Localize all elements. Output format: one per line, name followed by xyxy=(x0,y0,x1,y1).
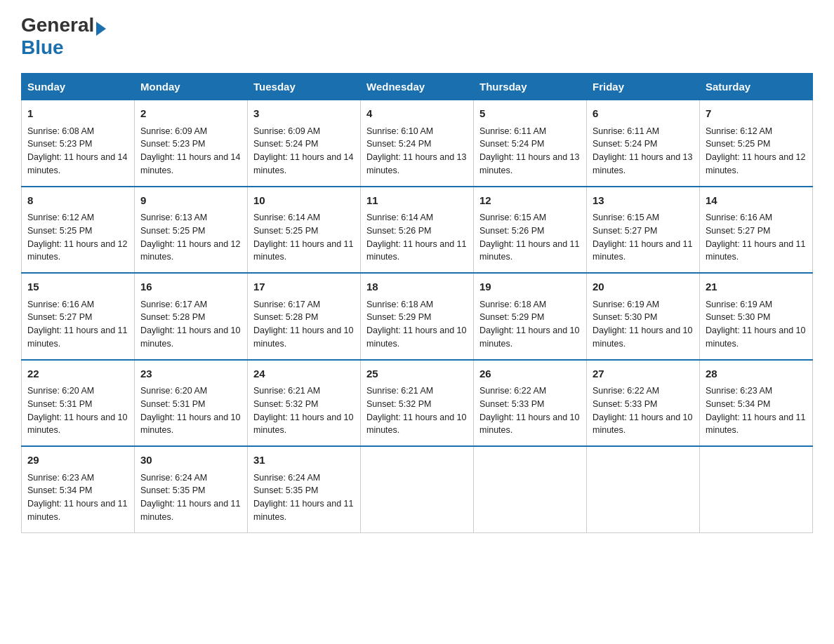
day-number: 18 xyxy=(366,279,468,295)
calendar-cell: 3Sunrise: 6:09 AMSunset: 5:24 PMDaylight… xyxy=(248,100,361,187)
daylight-text: Daylight: 11 hours and 10 minutes. xyxy=(253,412,353,436)
calendar-cell xyxy=(587,446,700,532)
daylight-text: Daylight: 11 hours and 11 minutes. xyxy=(27,326,127,349)
day-number: 30 xyxy=(140,452,241,469)
sunset-text: Sunset: 5:24 PM xyxy=(479,139,544,149)
sunset-text: Sunset: 5:27 PM xyxy=(706,226,770,236)
sunset-text: Sunset: 5:28 PM xyxy=(140,312,205,322)
day-number: 14 xyxy=(706,193,807,209)
daylight-text: Daylight: 11 hours and 10 minutes. xyxy=(366,326,466,349)
sunset-text: Sunset: 5:29 PM xyxy=(366,312,431,322)
col-header-saturday: Saturday xyxy=(700,74,813,100)
daylight-text: Daylight: 11 hours and 11 minutes. xyxy=(706,412,805,436)
calendar-cell: 8Sunrise: 6:12 AMSunset: 5:25 PMDaylight… xyxy=(22,187,135,274)
day-number: 29 xyxy=(27,452,128,469)
day-number: 31 xyxy=(253,452,355,469)
calendar-cell: 26Sunrise: 6:22 AMSunset: 5:33 PMDayligh… xyxy=(474,360,587,447)
calendar-cell: 4Sunrise: 6:10 AMSunset: 5:24 PMDaylight… xyxy=(361,100,474,187)
sunset-text: Sunset: 5:25 PM xyxy=(140,226,205,236)
day-number: 26 xyxy=(479,366,581,382)
calendar-week-3: 15Sunrise: 6:16 AMSunset: 5:27 PMDayligh… xyxy=(22,273,813,360)
calendar-cell: 18Sunrise: 6:18 AMSunset: 5:29 PMDayligh… xyxy=(361,273,474,360)
calendar-cell: 21Sunrise: 6:19 AMSunset: 5:30 PMDayligh… xyxy=(700,273,813,360)
day-number: 5 xyxy=(479,106,581,122)
sunset-text: Sunset: 5:25 PM xyxy=(253,226,318,236)
day-number: 11 xyxy=(366,193,468,209)
calendar-cell: 13Sunrise: 6:15 AMSunset: 5:27 PMDayligh… xyxy=(587,187,700,274)
sunset-text: Sunset: 5:28 PM xyxy=(253,312,318,322)
col-header-friday: Friday xyxy=(587,74,700,100)
daylight-text: Daylight: 11 hours and 10 minutes. xyxy=(593,412,692,436)
calendar-cell: 16Sunrise: 6:17 AMSunset: 5:28 PMDayligh… xyxy=(135,273,248,360)
sunset-text: Sunset: 5:32 PM xyxy=(366,399,431,409)
calendar-cell: 14Sunrise: 6:16 AMSunset: 5:27 PMDayligh… xyxy=(700,187,813,274)
sunrise-text: Sunrise: 6:16 AM xyxy=(27,300,94,309)
daylight-text: Daylight: 11 hours and 11 minutes. xyxy=(27,499,127,522)
day-number: 1 xyxy=(27,106,128,122)
sunrise-text: Sunrise: 6:09 AM xyxy=(140,126,207,136)
day-number: 2 xyxy=(140,106,241,122)
sunrise-text: Sunrise: 6:14 AM xyxy=(366,213,433,222)
daylight-text: Daylight: 11 hours and 13 minutes. xyxy=(593,152,692,175)
sunset-text: Sunset: 5:34 PM xyxy=(27,485,92,495)
sunset-text: Sunset: 5:29 PM xyxy=(479,312,544,322)
day-number: 20 xyxy=(593,279,694,295)
day-number: 4 xyxy=(366,106,468,122)
sunrise-text: Sunrise: 6:18 AM xyxy=(479,300,546,309)
sunrise-text: Sunrise: 6:20 AM xyxy=(140,386,207,396)
sunrise-text: Sunrise: 6:22 AM xyxy=(479,386,546,396)
daylight-text: Daylight: 11 hours and 10 minutes. xyxy=(253,326,353,349)
calendar-cell: 27Sunrise: 6:22 AMSunset: 5:33 PMDayligh… xyxy=(587,360,700,447)
calendar-cell: 11Sunrise: 6:14 AMSunset: 5:26 PMDayligh… xyxy=(361,187,474,274)
day-number: 10 xyxy=(253,193,355,209)
daylight-text: Daylight: 11 hours and 14 minutes. xyxy=(27,152,127,175)
col-header-tuesday: Tuesday xyxy=(248,74,361,100)
daylight-text: Daylight: 11 hours and 12 minutes. xyxy=(706,152,805,175)
sunrise-text: Sunrise: 6:19 AM xyxy=(593,300,659,309)
day-number: 7 xyxy=(706,106,807,122)
daylight-text: Daylight: 11 hours and 10 minutes. xyxy=(479,326,579,349)
calendar-week-1: 1Sunrise: 6:08 AMSunset: 5:23 PMDaylight… xyxy=(22,100,813,187)
day-number: 13 xyxy=(593,193,694,209)
day-number: 12 xyxy=(479,193,581,209)
sunrise-text: Sunrise: 6:17 AM xyxy=(140,300,207,309)
calendar-cell: 23Sunrise: 6:20 AMSunset: 5:31 PMDayligh… xyxy=(135,360,248,447)
day-number: 25 xyxy=(366,366,468,382)
day-number: 8 xyxy=(27,193,128,209)
calendar-cell: 12Sunrise: 6:15 AMSunset: 5:26 PMDayligh… xyxy=(474,187,587,274)
sunrise-text: Sunrise: 6:11 AM xyxy=(593,126,659,136)
daylight-text: Daylight: 11 hours and 12 minutes. xyxy=(140,239,240,262)
col-header-wednesday: Wednesday xyxy=(361,74,474,100)
daylight-text: Daylight: 11 hours and 14 minutes. xyxy=(140,152,240,175)
page-header: General Blue xyxy=(21,14,813,59)
day-number: 23 xyxy=(140,366,241,382)
sunrise-text: Sunrise: 6:23 AM xyxy=(706,386,772,396)
sunrise-text: Sunrise: 6:08 AM xyxy=(27,126,94,136)
day-number: 3 xyxy=(253,106,355,122)
sunrise-text: Sunrise: 6:09 AM xyxy=(253,126,320,136)
daylight-text: Daylight: 11 hours and 11 minutes. xyxy=(253,499,353,522)
calendar-cell: 19Sunrise: 6:18 AMSunset: 5:29 PMDayligh… xyxy=(474,273,587,360)
calendar-cell xyxy=(361,446,474,532)
calendar-cell: 15Sunrise: 6:16 AMSunset: 5:27 PMDayligh… xyxy=(22,273,135,360)
sunrise-text: Sunrise: 6:24 AM xyxy=(253,473,320,483)
daylight-text: Daylight: 11 hours and 10 minutes. xyxy=(479,412,579,436)
calendar-cell: 25Sunrise: 6:21 AMSunset: 5:32 PMDayligh… xyxy=(361,360,474,447)
sunrise-text: Sunrise: 6:20 AM xyxy=(27,386,94,396)
sunset-text: Sunset: 5:35 PM xyxy=(253,485,318,495)
day-number: 9 xyxy=(140,193,241,209)
calendar-cell: 29Sunrise: 6:23 AMSunset: 5:34 PMDayligh… xyxy=(22,446,135,532)
day-number: 19 xyxy=(479,279,581,295)
calendar-cell: 1Sunrise: 6:08 AMSunset: 5:23 PMDaylight… xyxy=(22,100,135,187)
calendar-week-5: 29Sunrise: 6:23 AMSunset: 5:34 PMDayligh… xyxy=(22,446,813,532)
sunrise-text: Sunrise: 6:23 AM xyxy=(27,473,94,483)
calendar-table: SundayMondayTuesdayWednesdayThursdayFrid… xyxy=(21,73,813,533)
sunset-text: Sunset: 5:35 PM xyxy=(140,485,205,495)
calendar-header-row: SundayMondayTuesdayWednesdayThursdayFrid… xyxy=(22,74,813,100)
sunset-text: Sunset: 5:34 PM xyxy=(706,399,770,409)
sunrise-text: Sunrise: 6:19 AM xyxy=(706,300,772,309)
sunrise-text: Sunrise: 6:10 AM xyxy=(366,126,433,136)
sunrise-text: Sunrise: 6:16 AM xyxy=(706,213,772,222)
day-number: 22 xyxy=(27,366,128,382)
sunset-text: Sunset: 5:30 PM xyxy=(593,312,657,322)
